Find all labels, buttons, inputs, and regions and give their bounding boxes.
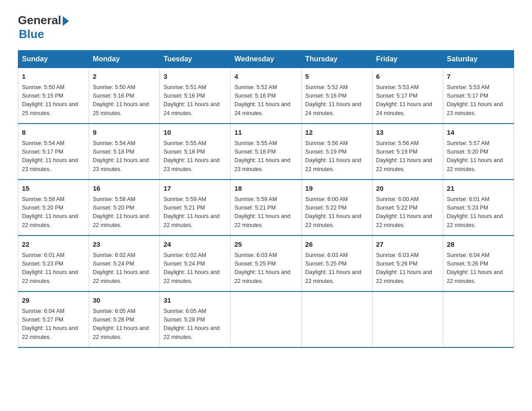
- calendar-table: SundayMondayTuesdayWednesdayThursdayFrid…: [18, 50, 514, 348]
- day-info: Sunrise: 5:56 AMSunset: 5:19 PMDaylight:…: [376, 140, 432, 172]
- calendar-cell: 3Sunrise: 5:51 AMSunset: 5:16 PMDaylight…: [160, 68, 231, 124]
- day-number: 21: [447, 184, 510, 194]
- calendar-week-3: 15Sunrise: 5:58 AMSunset: 5:20 PMDayligh…: [18, 180, 514, 235]
- weekday-header-sunday: Sunday: [18, 51, 89, 68]
- calendar-cell: 5Sunrise: 5:52 AMSunset: 5:16 PMDaylight…: [301, 68, 372, 124]
- day-number: 2: [93, 72, 156, 82]
- calendar-body: 1Sunrise: 5:50 AMSunset: 5:15 PMDaylight…: [18, 68, 514, 348]
- calendar-cell: 23Sunrise: 6:02 AMSunset: 5:24 PMDayligh…: [89, 235, 160, 291]
- calendar-cell: 20Sunrise: 6:00 AMSunset: 5:22 PMDayligh…: [372, 180, 443, 235]
- day-number: 1: [22, 72, 85, 82]
- weekday-header-friday: Friday: [372, 51, 443, 68]
- day-number: 3: [163, 72, 227, 82]
- day-info: Sunrise: 5:51 AMSunset: 5:16 PMDaylight:…: [163, 84, 219, 116]
- day-number: 26: [305, 240, 369, 250]
- day-info: Sunrise: 5:57 AMSunset: 5:20 PMDaylight:…: [447, 140, 503, 172]
- calendar-week-1: 1Sunrise: 5:50 AMSunset: 5:15 PMDaylight…: [18, 68, 514, 124]
- calendar-week-2: 8Sunrise: 5:54 AMSunset: 5:17 PMDaylight…: [18, 124, 514, 180]
- day-info: Sunrise: 6:01 AMSunset: 5:23 PMDaylight:…: [22, 252, 78, 284]
- day-number: 12: [305, 128, 369, 138]
- day-info: Sunrise: 6:00 AMSunset: 5:22 PMDaylight:…: [305, 196, 361, 228]
- day-number: 14: [447, 128, 510, 138]
- day-info: Sunrise: 6:02 AMSunset: 5:24 PMDaylight:…: [93, 252, 149, 284]
- calendar-cell: 31Sunrise: 6:05 AMSunset: 5:28 PMDayligh…: [160, 291, 231, 347]
- weekday-header-monday: Monday: [89, 51, 160, 68]
- day-number: 11: [234, 128, 297, 138]
- logo-blue: Blue: [19, 27, 44, 41]
- day-number: 10: [163, 128, 227, 138]
- day-info: Sunrise: 6:05 AMSunset: 5:28 PMDaylight:…: [93, 308, 149, 340]
- calendar-cell: 25Sunrise: 6:03 AMSunset: 5:25 PMDayligh…: [231, 235, 301, 291]
- logo-general: General: [18, 13, 61, 27]
- weekday-header-saturday: Saturday: [443, 51, 514, 68]
- day-info: Sunrise: 6:00 AMSunset: 5:22 PMDaylight:…: [376, 196, 432, 228]
- day-info: Sunrise: 5:55 AMSunset: 5:18 PMDaylight:…: [163, 140, 219, 172]
- calendar-cell: 28Sunrise: 6:04 AMSunset: 5:26 PMDayligh…: [443, 235, 514, 291]
- day-number: 17: [163, 184, 227, 194]
- day-number: 25: [234, 240, 297, 250]
- calendar-cell: [301, 291, 372, 347]
- calendar-cell: 21Sunrise: 6:01 AMSunset: 5:23 PMDayligh…: [443, 180, 514, 235]
- calendar-cell: 14Sunrise: 5:57 AMSunset: 5:20 PMDayligh…: [443, 124, 514, 180]
- calendar-cell: 11Sunrise: 5:55 AMSunset: 5:18 PMDayligh…: [231, 124, 301, 180]
- day-info: Sunrise: 6:04 AMSunset: 5:26 PMDaylight:…: [447, 252, 503, 284]
- day-number: 23: [93, 240, 156, 250]
- day-info: Sunrise: 5:50 AMSunset: 5:16 PMDaylight:…: [93, 84, 149, 116]
- day-info: Sunrise: 5:52 AMSunset: 5:16 PMDaylight:…: [234, 84, 290, 116]
- day-info: Sunrise: 5:54 AMSunset: 5:18 PMDaylight:…: [93, 140, 149, 172]
- day-info: Sunrise: 5:54 AMSunset: 5:17 PMDaylight:…: [22, 140, 78, 172]
- day-number: 20: [376, 184, 439, 194]
- calendar-week-4: 22Sunrise: 6:01 AMSunset: 5:23 PMDayligh…: [18, 235, 514, 291]
- calendar-week-5: 29Sunrise: 6:04 AMSunset: 5:27 PMDayligh…: [18, 291, 514, 347]
- day-number: 16: [93, 184, 156, 194]
- calendar-cell: 26Sunrise: 6:03 AMSunset: 5:25 PMDayligh…: [301, 235, 372, 291]
- day-info: Sunrise: 6:03 AMSunset: 5:25 PMDaylight:…: [305, 252, 361, 284]
- day-info: Sunrise: 5:56 AMSunset: 5:19 PMDaylight:…: [305, 140, 361, 172]
- day-number: 30: [93, 295, 156, 306]
- calendar-cell: [231, 291, 301, 347]
- day-info: Sunrise: 6:03 AMSunset: 5:26 PMDaylight:…: [376, 252, 432, 284]
- day-info: Sunrise: 6:04 AMSunset: 5:27 PMDaylight:…: [22, 308, 78, 340]
- calendar-cell: 4Sunrise: 5:52 AMSunset: 5:16 PMDaylight…: [231, 68, 301, 124]
- day-number: 4: [234, 72, 297, 82]
- calendar-cell: 30Sunrise: 6:05 AMSunset: 5:28 PMDayligh…: [89, 291, 160, 347]
- day-info: Sunrise: 5:58 AMSunset: 5:20 PMDaylight:…: [22, 196, 78, 228]
- weekday-header-wednesday: Wednesday: [231, 51, 301, 68]
- day-number: 19: [305, 184, 369, 194]
- calendar-cell: 29Sunrise: 6:04 AMSunset: 5:27 PMDayligh…: [18, 291, 89, 347]
- calendar-cell: 6Sunrise: 5:53 AMSunset: 5:17 PMDaylight…: [372, 68, 443, 124]
- calendar-cell: 16Sunrise: 5:58 AMSunset: 5:20 PMDayligh…: [89, 180, 160, 235]
- day-info: Sunrise: 6:05 AMSunset: 5:28 PMDaylight:…: [163, 308, 219, 340]
- day-number: 7: [447, 72, 510, 82]
- day-info: Sunrise: 5:53 AMSunset: 5:17 PMDaylight:…: [447, 84, 503, 116]
- calendar-cell: [372, 291, 443, 347]
- day-number: 18: [234, 184, 297, 194]
- logo-triangle-icon: [63, 16, 69, 26]
- day-info: Sunrise: 5:53 AMSunset: 5:17 PMDaylight:…: [376, 84, 432, 116]
- day-number: 22: [22, 240, 85, 250]
- calendar-cell: 18Sunrise: 5:59 AMSunset: 5:21 PMDayligh…: [231, 180, 301, 235]
- day-number: 27: [376, 240, 439, 250]
- calendar-cell: [443, 291, 514, 347]
- day-number: 5: [305, 72, 369, 82]
- logo: General Blue: [18, 13, 69, 41]
- day-info: Sunrise: 5:59 AMSunset: 5:21 PMDaylight:…: [163, 196, 219, 228]
- calendar-cell: 15Sunrise: 5:58 AMSunset: 5:20 PMDayligh…: [18, 180, 89, 235]
- day-number: 15: [22, 184, 85, 194]
- calendar-cell: 27Sunrise: 6:03 AMSunset: 5:26 PMDayligh…: [372, 235, 443, 291]
- day-info: Sunrise: 5:52 AMSunset: 5:16 PMDaylight:…: [305, 84, 361, 116]
- calendar-cell: 8Sunrise: 5:54 AMSunset: 5:17 PMDaylight…: [18, 124, 89, 180]
- day-info: Sunrise: 5:55 AMSunset: 5:18 PMDaylight:…: [234, 140, 290, 172]
- page-header: General Blue: [18, 13, 514, 41]
- weekday-header-thursday: Thursday: [301, 51, 372, 68]
- calendar-cell: 13Sunrise: 5:56 AMSunset: 5:19 PMDayligh…: [372, 124, 443, 180]
- day-number: 28: [447, 240, 510, 250]
- day-number: 24: [163, 240, 227, 250]
- calendar-cell: 7Sunrise: 5:53 AMSunset: 5:17 PMDaylight…: [443, 68, 514, 124]
- day-number: 9: [93, 128, 156, 138]
- calendar-cell: 19Sunrise: 6:00 AMSunset: 5:22 PMDayligh…: [301, 180, 372, 235]
- day-info: Sunrise: 6:01 AMSunset: 5:23 PMDaylight:…: [447, 196, 503, 228]
- weekday-header-tuesday: Tuesday: [160, 51, 231, 68]
- day-info: Sunrise: 5:50 AMSunset: 5:15 PMDaylight:…: [22, 84, 78, 116]
- day-number: 31: [163, 295, 227, 306]
